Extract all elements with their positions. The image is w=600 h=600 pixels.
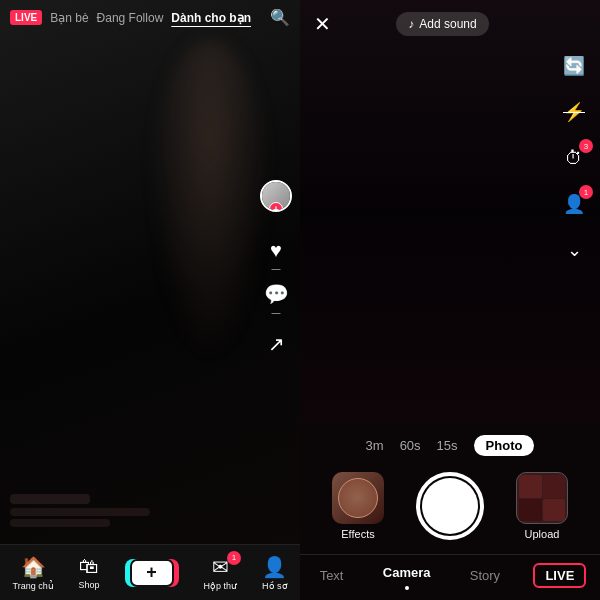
nav-profile[interactable]: 👤 Hồ sơ [262,555,288,591]
avatar[interactable]: + [260,180,292,212]
upload-label: Upload [525,528,560,540]
camera-viewfinder [300,0,600,425]
nav-inbox[interactable]: ✉ Hộp thư 1 [204,555,238,591]
tab-camera-wrapper: Camera [377,561,437,590]
profile-label: Hồ sơ [262,581,288,591]
duration-tabs: 3m 60s 15s Photo [300,425,600,464]
search-icon[interactable]: 🔍 [270,8,290,27]
flash-off-button[interactable]: ⚡ [558,96,590,128]
active-tab-dot [405,586,409,590]
nav-shop[interactable]: 🛍 Shop [79,555,100,590]
upload-thumbnail [516,472,568,524]
shutter-button[interactable] [416,472,484,540]
create-btn-center[interactable]: + [130,559,174,587]
nav-create[interactable]: + [125,559,179,587]
video-info [10,494,250,530]
timer-badge: 3 [579,139,593,153]
nav-tab-dang-follow[interactable]: Đang Follow [97,11,164,25]
right-action-bar: + ♥ — 💬 — ↗ [260,180,292,358]
nav-home[interactable]: 🏠 Trang chủ [12,555,53,591]
inbox-badge: 1 [227,551,241,565]
home-icon: 🏠 [21,555,46,579]
desc-line-2 [10,519,110,527]
inbox-label: Hộp thư [204,581,238,591]
tab-story[interactable]: Story [464,564,506,587]
duration-3m[interactable]: 3m [366,438,384,453]
effects-button[interactable]: Effects [332,472,384,540]
duration-15s[interactable]: 15s [437,438,458,453]
shop-icon: 🛍 [79,555,99,578]
follow-plus-icon[interactable]: + [269,202,283,212]
camera-bottom-tabs: Text Camera Story LIVE [300,554,600,600]
live-badge: LIVE [10,10,42,25]
bottom-nav: 🏠 Trang chủ 🛍 Shop + ✉ Hộp thư 1 👤 Hồ sơ [0,544,300,600]
create-button-wrapper[interactable]: + [125,559,179,587]
camera-controls: Effects Upload [300,464,600,554]
like-button[interactable]: ♥ — [262,242,290,270]
music-icon: ♪ [408,17,414,31]
effects-thumbnail [332,472,384,524]
left-feed-panel: LIVE Bạn bè Đang Follow Dành cho bạn 🔍 +… [0,0,300,600]
username-label [10,494,90,504]
feed-video-area: + ♥ — 💬 — ↗ [0,0,300,600]
desc-line-1 [10,508,150,516]
effects-label: Effects [341,528,374,540]
profile-icon: 👤 [262,555,287,579]
tab-live[interactable]: LIVE [533,563,586,588]
nav-tab-danh-cho-ban[interactable]: Dành cho bạn [171,11,251,25]
close-button[interactable]: ✕ [314,12,331,36]
shop-label: Shop [79,580,100,590]
left-top-nav: LIVE Bạn bè Đang Follow Dành cho bạn 🔍 [0,0,300,35]
add-sound-label: Add sound [419,17,476,31]
nav-tab-ban-be[interactable]: Bạn bè [50,11,88,25]
shutter-inner-circle [422,478,478,534]
flip-camera-button[interactable]: 🔄 [558,50,590,82]
more-options-button[interactable]: ⌄ [558,234,590,266]
duration-60s[interactable]: 60s [400,438,421,453]
duration-photo[interactable]: Photo [474,435,535,456]
right-camera-panel: ✕ ♪ Add sound 🔄 ⚡ ⏱ 3 👤 1 ⌄ 3m 60s 15s P… [300,0,600,600]
comment-button[interactable]: 💬 — [262,286,290,314]
camera-top-bar: ✕ ♪ Add sound [300,0,600,44]
tab-camera[interactable]: Camera [377,561,437,584]
tab-text[interactable]: Text [314,564,350,587]
beautify-badge: 1 [579,185,593,199]
upload-button[interactable]: Upload [516,472,568,540]
share-button[interactable]: ↗ [262,330,290,358]
home-label: Trang chủ [12,581,53,591]
camera-right-icons: 🔄 ⚡ ⏱ 3 👤 1 ⌄ [558,50,590,266]
timer-button[interactable]: ⏱ 3 [558,142,590,174]
add-sound-button[interactable]: ♪ Add sound [396,12,488,36]
beautify-button[interactable]: 👤 1 [558,188,590,220]
video-silhouette [150,40,270,360]
